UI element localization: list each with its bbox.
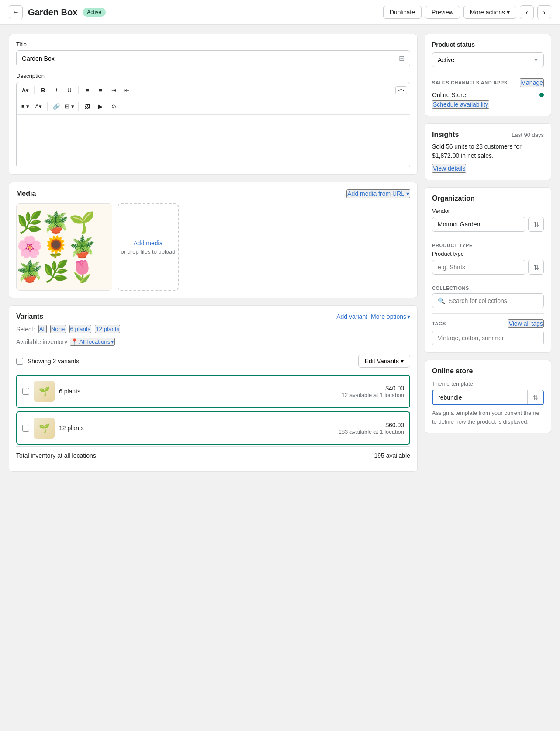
media-upload-zone[interactable]: Add media or drop files to upload	[118, 203, 179, 291]
align-btn[interactable]: ≡ ▾	[19, 100, 31, 112]
total-row: Total inventory at all locations 195 ava…	[16, 446, 410, 464]
select-6plants-button[interactable]: 6 plants	[69, 325, 92, 333]
variant-name-1: 6 plants	[59, 388, 337, 395]
variants-actions: Add variant More options ▾	[336, 313, 410, 320]
insights-period: Last 90 days	[512, 132, 544, 138]
underline-btn[interactable]: U	[63, 84, 76, 96]
channel-name: Online Store	[432, 91, 466, 98]
add-variant-button[interactable]: Add variant	[336, 313, 367, 320]
back-button[interactable]: ←	[9, 5, 23, 19]
vendor-wrap: ⇅	[432, 217, 544, 232]
vendor-input[interactable]	[432, 217, 525, 232]
variant-row[interactable]: 🌱 12 plants $60.00 183 available at 1 lo…	[16, 411, 410, 445]
product-type-label: PRODUCT TYPE	[432, 243, 544, 248]
organization-title: Organization	[432, 195, 544, 202]
header-actions: Duplicate Preview More actions ▾ ‹ ›	[383, 5, 551, 19]
collections-search-input[interactable]	[449, 297, 538, 304]
online-store-title: Online store	[432, 367, 544, 375]
chevron-down-icon: ▾	[407, 313, 410, 320]
theme-stepper[interactable]: ⇅	[527, 390, 543, 404]
manage-button[interactable]: Manage	[520, 78, 544, 87]
status-badge: Active	[83, 8, 106, 17]
description-editor[interactable]	[17, 115, 410, 167]
sales-channels-header: SALES CHANNELS AND APPS Manage	[432, 78, 544, 87]
more-options-button[interactable]: More options ▾	[371, 313, 410, 320]
media-area: 🌿🪴🌱🌸🌻🪴🪴🌿🌷 Add media or drop files to upl…	[16, 203, 410, 291]
prev-button[interactable]: ‹	[520, 5, 534, 19]
sales-channels-label: SALES CHANNELS AND APPS	[432, 80, 508, 85]
variant-info-1: $40.00 12 available at 1 location	[342, 385, 404, 398]
chevron-down-icon: ▾	[111, 338, 114, 345]
select-all-checkbox[interactable]	[16, 358, 23, 365]
schedule-availability-button[interactable]: Schedule availability	[432, 100, 489, 109]
clear-format-btn[interactable]: ⊘	[107, 100, 120, 112]
source-btn[interactable]: <>	[395, 86, 407, 94]
variant-stock-1: 12 available at 1 location	[342, 392, 404, 398]
insights-text: Sold 56 units to 28 customers for $1,872…	[432, 142, 544, 160]
title-label: Title	[16, 41, 410, 48]
all-locations-button[interactable]: 📍 All locations ▾	[70, 338, 115, 346]
total-value: 195 available	[374, 452, 410, 459]
product-type-wrap: ⇅	[432, 260, 544, 275]
link-btn[interactable]: 🔗	[50, 100, 62, 112]
description-label: Description	[16, 73, 410, 79]
theme-description: Assign a template from your current them…	[432, 409, 544, 426]
media-image[interactable]: 🌿🪴🌱🌸🌻🪴🪴🌿🌷	[16, 203, 112, 291]
select-all-button[interactable]: All	[38, 325, 47, 333]
variant-checkbox-1[interactable]	[22, 388, 29, 395]
theme-template-select[interactable]: rebundle	[433, 390, 525, 404]
media-title: Media	[16, 190, 36, 198]
variant-thumb-2: 🌱	[34, 418, 55, 439]
insights-card: Insights Last 90 days Sold 56 units to 2…	[425, 123, 551, 180]
title-input[interactable]	[22, 55, 399, 62]
select-none-button[interactable]: None	[50, 325, 66, 333]
product-type-input[interactable]	[432, 260, 525, 275]
bold-btn[interactable]: B	[37, 84, 49, 96]
online-status-dot	[539, 93, 544, 97]
text-color-btn[interactable]: A ▾	[32, 100, 45, 112]
image-btn[interactable]: 🖼	[81, 100, 93, 112]
variant-row[interactable]: 🌱 6 plants $40.00 12 available at 1 loca…	[16, 375, 410, 408]
vendor-stepper[interactable]: ⇅	[528, 217, 544, 232]
title-card: Title ⊟ Description A ▾ B I U ≡ ≡	[9, 34, 418, 175]
product-type-field-label: Product type	[432, 251, 544, 257]
view-details-button[interactable]: View details	[432, 164, 466, 173]
ol-btn[interactable]: ≡	[94, 84, 107, 96]
insights-title: Insights	[432, 131, 459, 139]
video-btn[interactable]: ▶	[94, 100, 107, 112]
next-button[interactable]: ›	[537, 5, 551, 19]
drop-files-label: or drop files to upload	[121, 248, 175, 255]
channel-row: Online Store	[432, 91, 544, 98]
collections-label: COLLECTIONS	[432, 285, 544, 291]
variant-checkbox-2[interactable]	[22, 425, 29, 432]
organization-card: Organization Vendor ⇅ PRODUCT TYPE Produ…	[425, 187, 551, 353]
view-all-tags-button[interactable]: View all tags	[508, 319, 544, 328]
duplicate-button[interactable]: Duplicate	[383, 6, 422, 19]
vendor-label: Vendor	[432, 208, 544, 214]
tags-input[interactable]	[432, 331, 544, 345]
collections-search-wrap: 🔍	[432, 293, 544, 308]
theme-template-label: Theme template	[432, 380, 544, 387]
status-title: Product status	[432, 41, 544, 48]
ul-btn[interactable]: ≡	[81, 84, 93, 96]
product-status-card: Product status Active Draft Archived SAL…	[425, 34, 551, 116]
variant-info-2: $60.00 183 available at 1 location	[339, 421, 404, 435]
variant-thumb-1: 🌱	[34, 381, 55, 402]
chevron-down-icon: ▾	[401, 358, 404, 365]
table-btn[interactable]: ⊞ ▾	[63, 100, 76, 112]
outdent-btn[interactable]: ⇤	[121, 84, 133, 96]
expand-icon: ⊟	[399, 54, 404, 63]
indent-btn[interactable]: ⇥	[107, 84, 120, 96]
edit-variants-button[interactable]: Edit Variants ▾	[358, 355, 410, 368]
more-actions-button[interactable]: More actions ▾	[463, 6, 516, 19]
product-type-stepper[interactable]: ⇅	[528, 260, 544, 275]
select-12plants-button[interactable]: 12 plants	[95, 325, 120, 333]
variant-price-2: $60.00	[339, 421, 404, 428]
status-select[interactable]: Active Draft Archived	[432, 52, 544, 67]
italic-btn[interactable]: I	[50, 84, 62, 96]
add-media-url-button[interactable]: Add media from URL ▾	[346, 189, 410, 198]
font-btn[interactable]: A ▾	[19, 84, 31, 96]
preview-button[interactable]: Preview	[425, 6, 460, 19]
back-icon: ←	[12, 8, 19, 16]
add-media-label: Add media	[134, 240, 163, 247]
